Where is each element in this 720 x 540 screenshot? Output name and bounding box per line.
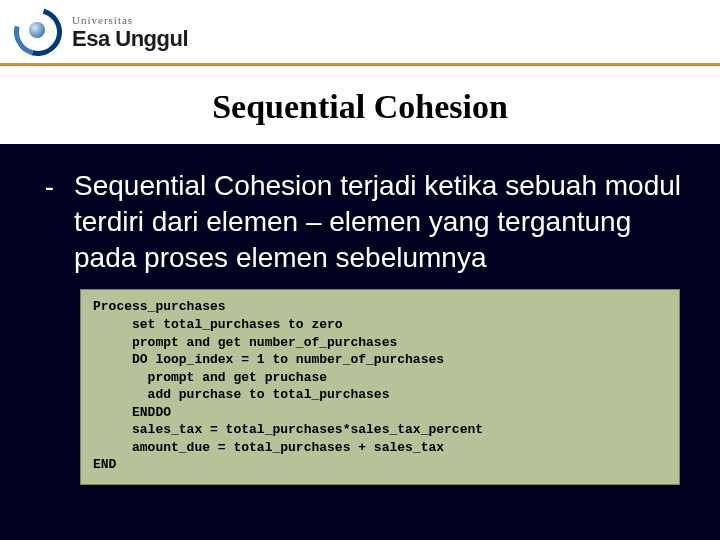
bullet-text: Sequential Cohesion terjadi ketika sebua… xyxy=(74,168,686,275)
bullet-dash: - xyxy=(34,168,54,275)
brand-top-text: Universitas xyxy=(72,15,188,27)
brand-header: Universitas Esa Unggul xyxy=(0,0,720,66)
bullet-item: - Sequential Cohesion terjadi ketika seb… xyxy=(34,168,686,275)
title-band: Sequential Cohesion xyxy=(0,66,720,144)
slide-content: - Sequential Cohesion terjadi ketika seb… xyxy=(0,144,720,485)
brand-text: Universitas Esa Unggul xyxy=(72,13,188,50)
logo-icon xyxy=(14,8,62,56)
brand-main-text: Esa Unggul xyxy=(72,27,188,50)
slide-title: Sequential Cohesion xyxy=(212,88,508,125)
code-block: Process_purchases set total_purchases to… xyxy=(80,289,680,484)
